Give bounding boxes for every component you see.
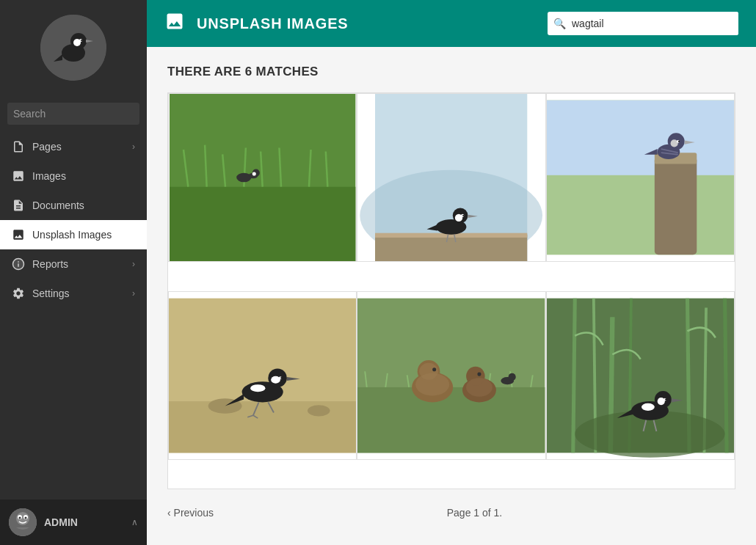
sidebar-nav: Pages › Images Documents Unsplash Images [0, 132, 147, 308]
pages-chevron: › [132, 142, 135, 152]
sidebar-item-reports[interactable]: Reports › [0, 249, 147, 279]
bird-image-5 [357, 292, 545, 459]
svg-rect-16 [170, 187, 355, 261]
svg-point-61 [271, 376, 280, 383]
bird-image-6 [547, 292, 734, 459]
svg-point-13 [19, 517, 21, 519]
settings-icon [12, 287, 25, 300]
logo-icon [40, 15, 106, 81]
header-title: UNSPLASH IMAGES [197, 15, 536, 32]
sidebar-search-input[interactable] [7, 103, 139, 125]
svg-point-28 [252, 172, 256, 175]
svg-point-38 [463, 215, 465, 216]
svg-point-58 [308, 405, 330, 416]
svg-point-14 [25, 517, 27, 519]
image-cell-4[interactable] [168, 291, 357, 460]
sidebar-item-pages[interactable]: Pages › [0, 132, 147, 161]
header-icon [164, 11, 185, 36]
image-grid [167, 92, 735, 489]
settings-label: Settings [32, 288, 70, 299]
bird-image-4 [169, 292, 356, 459]
sidebar-search-wrap: 🔍 [0, 95, 147, 132]
svg-point-6 [81, 40, 82, 41]
logo [40, 15, 106, 81]
documents-label: Documents [32, 200, 84, 211]
sidebar-item-unsplash-images[interactable]: Unsplash Images [0, 220, 147, 249]
image-cell-5[interactable] [357, 291, 545, 460]
pagination: ‹ Previous Page 1 of 1. [167, 489, 735, 527]
header-search-input[interactable] [572, 12, 738, 35]
reports-chevron: › [132, 259, 135, 269]
sidebar-item-images[interactable]: Images [0, 161, 147, 191]
images-icon [12, 169, 25, 183]
svg-point-65 [280, 377, 282, 378]
svg-point-102 [641, 403, 655, 410]
user-chevron-icon: ∧ [131, 517, 138, 527]
image-cell-2[interactable] [357, 93, 545, 262]
sidebar: 🔍 Pages › Images Documents [0, 0, 147, 545]
pages-label: Pages [32, 141, 62, 153]
user-area[interactable]: ADMIN ∧ [0, 500, 147, 545]
reports-label: Reports [32, 258, 68, 270]
unsplash-images-label: Unsplash Images [32, 229, 112, 241]
user-name-label: ADMIN [44, 516, 124, 528]
svg-rect-43 [547, 100, 734, 175]
unsplash-icon [12, 228, 25, 241]
documents-icon [12, 199, 25, 212]
main-content: UNSPLASH IMAGES 🔍 THERE ARE 6 MATCHES [147, 0, 756, 545]
svg-line-91 [573, 298, 575, 453]
bird-image-1 [169, 94, 356, 261]
page-info: Page 1 of 1. [214, 507, 735, 519]
svg-point-87 [478, 372, 481, 376]
svg-point-86 [466, 378, 493, 397]
avatar-icon [9, 508, 37, 536]
svg-rect-72 [357, 387, 545, 452]
avatar [9, 508, 37, 536]
svg-point-25 [236, 173, 251, 183]
reports-icon [12, 257, 25, 271]
svg-point-83 [432, 367, 436, 371]
header-images-icon [164, 11, 185, 32]
svg-point-82 [420, 362, 439, 379]
image-cell-6[interactable] [546, 291, 735, 460]
images-label: Images [32, 170, 66, 182]
header-search-icon: 🔍 [548, 18, 572, 29]
svg-point-89 [509, 373, 516, 380]
sidebar-search-box[interactable]: 🔍 [7, 103, 139, 125]
svg-point-105 [665, 398, 666, 400]
image-cell-1[interactable] [168, 93, 357, 262]
header: UNSPLASH IMAGES 🔍 [147, 0, 756, 47]
previous-button[interactable]: ‹ Previous [167, 502, 214, 523]
content-area: THERE ARE 6 MATCHES [147, 47, 756, 545]
logo-area [0, 0, 147, 95]
svg-line-97 [724, 298, 727, 453]
pages-icon [12, 140, 25, 153]
svg-point-51 [678, 141, 680, 142]
svg-point-62 [250, 384, 265, 392]
image-cell-3[interactable] [546, 93, 735, 262]
svg-rect-44 [654, 156, 696, 255]
settings-chevron: › [132, 288, 135, 299]
sidebar-item-documents[interactable]: Documents [0, 191, 147, 220]
bird-image-3 [547, 94, 734, 261]
header-search-box[interactable]: 🔍 [548, 12, 738, 35]
svg-rect-31 [375, 235, 527, 261]
results-heading: THERE ARE 6 MATCHES [167, 65, 735, 79]
bird-image-2 [357, 94, 545, 261]
sidebar-item-settings[interactable]: Settings › [0, 279, 147, 308]
